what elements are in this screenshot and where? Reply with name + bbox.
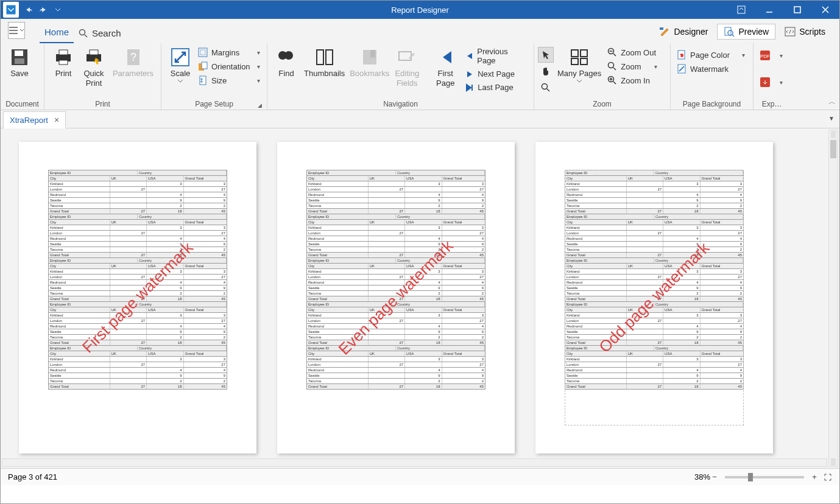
group-label-document: Document — [4, 99, 40, 110]
tab-menu-button[interactable]: ▼ — [828, 115, 835, 122]
zoom-out-button[interactable]: Zoom Out — [605, 46, 660, 59]
report-table: Employee IDCountryCityUKUSAGrand TotalKi… — [48, 170, 227, 390]
zoom-in-button[interactable]: Zoom In — [605, 74, 660, 87]
svg-rect-29 — [399, 52, 411, 60]
export-pdf-button[interactable]: PDF▾ — [757, 48, 785, 63]
close-button[interactable] — [811, 1, 839, 19]
svg-rect-26 — [317, 50, 323, 65]
page-indicator: Page 3 of 421 — [8, 472, 57, 481]
quick-print-button[interactable]: Quick Print — [79, 44, 109, 90]
horizontal-scrollbar[interactable] — [2, 458, 827, 467]
first-page-button[interactable]: First Page — [430, 44, 461, 90]
ribbon-display-button[interactable] — [727, 1, 755, 19]
svg-point-36 — [609, 63, 614, 68]
undo-button[interactable] — [21, 1, 36, 19]
tab-home[interactable]: Home — [40, 24, 74, 43]
qat-dropdown[interactable] — [51, 1, 65, 19]
window-title: Report Designer — [391, 5, 449, 15]
svg-rect-33 — [571, 58, 578, 65]
svg-rect-4 — [660, 27, 663, 30]
ribbon: Save Document Print Quick Print ? Parame… — [1, 43, 839, 110]
thumbnails-button[interactable]: Thumbnails — [302, 44, 347, 81]
svg-rect-31 — [571, 50, 578, 57]
tab-search[interactable]: Search — [74, 26, 126, 43]
page-color-button[interactable]: Page Color▾ — [674, 48, 747, 61]
page-preview-3: Odd page watermark Employee IDCountryCit… — [535, 142, 773, 453]
quick-print-icon — [83, 47, 104, 68]
zoom-fit-button[interactable] — [824, 473, 832, 481]
svg-rect-22 — [202, 62, 207, 69]
pagesetup-launcher[interactable]: ◢ — [258, 102, 262, 108]
group-label-navigation: Navigation — [271, 99, 530, 110]
hand-tool[interactable] — [538, 63, 554, 79]
report-table: Employee IDCountryCityUKUSAGrand TotalKi… — [565, 170, 744, 390]
svg-rect-9 — [15, 51, 23, 56]
svg-rect-20 — [200, 50, 205, 55]
find-button[interactable]: Find — [271, 44, 302, 81]
pointer-tool[interactable] — [538, 47, 554, 63]
view-scripts-button[interactable]: Scripts — [778, 24, 832, 40]
zoom-button[interactable]: Zoom▾ — [605, 60, 660, 73]
collapse-ribbon-button[interactable]: ︿ — [828, 97, 836, 107]
previous-page-button[interactable]: Previous Page — [463, 46, 528, 66]
svg-text:PDF: PDF — [760, 54, 770, 59]
export-pdf2-button[interactable]: ▾ — [757, 75, 785, 89]
file-menu-button[interactable] — [8, 22, 25, 39]
svg-rect-1 — [738, 6, 745, 13]
size-button[interactable]: Size▾ — [196, 74, 263, 87]
scripts-icon — [785, 27, 796, 37]
parameters-button[interactable]: ? Parameters — [109, 44, 157, 81]
editing-fields-button[interactable]: Editing Fields — [392, 44, 422, 90]
close-tab-button[interactable]: × — [54, 115, 59, 125]
zoom-slider[interactable] — [725, 476, 804, 478]
preview-canvas[interactable]: First page watermark Employee IDCountryC… — [1, 128, 839, 468]
margins-button[interactable]: Margins▾ — [196, 46, 263, 59]
first-page-icon — [435, 47, 456, 68]
svg-rect-19 — [199, 48, 207, 57]
menubar: Home Search Designer Preview Scripts — [1, 19, 839, 43]
parameters-icon: ? — [123, 47, 144, 68]
preview-icon — [724, 27, 735, 37]
magnifier-tool[interactable] — [538, 80, 554, 96]
view-designer-button[interactable]: Designer — [652, 24, 715, 40]
maximize-button[interactable] — [783, 1, 811, 19]
many-pages-button[interactable]: Many Pages — [554, 44, 605, 86]
zoom-increase-button[interactable]: + — [810, 473, 819, 481]
pdf-icon: PDF — [760, 50, 771, 61]
save-button[interactable]: Save — [4, 44, 35, 81]
zoom-out-icon — [607, 47, 617, 57]
group-label-zoom: Zoom — [538, 99, 666, 110]
last-icon — [465, 83, 474, 92]
next-page-button[interactable]: Next Page — [463, 68, 528, 80]
editing-icon — [397, 47, 417, 68]
svg-rect-27 — [326, 50, 333, 65]
zoom-decrease-button[interactable]: − — [710, 473, 719, 481]
orientation-icon — [198, 61, 208, 71]
vertical-scrollbar[interactable] — [828, 130, 838, 467]
next-icon — [465, 70, 474, 79]
bookmarks-button[interactable]: Bookmarks — [347, 44, 392, 81]
scale-button[interactable]: Scale — [165, 44, 196, 86]
print-button[interactable]: Print — [48, 44, 79, 81]
titlebar: Report Designer — [1, 1, 839, 19]
thumbnails-icon — [314, 47, 335, 68]
document-tab[interactable]: XtraReport × — [3, 111, 66, 128]
group-label-pagesetup: Page Setup◢ — [165, 99, 263, 110]
svg-rect-10 — [15, 58, 24, 64]
view-preview-button[interactable]: Preview — [717, 24, 775, 40]
size-icon — [198, 75, 208, 85]
prev-icon — [465, 52, 473, 60]
svg-rect-23 — [200, 76, 206, 85]
pdf-icon — [760, 77, 771, 88]
zoom-percent: 38% — [694, 472, 710, 481]
print-icon — [53, 47, 74, 68]
minimize-button[interactable] — [755, 1, 783, 19]
svg-point-30 — [542, 84, 548, 89]
margins-icon — [198, 47, 208, 57]
watermark-button[interactable]: Watermark — [674, 62, 747, 75]
last-page-button[interactable]: Last Page — [463, 82, 528, 93]
many-pages-icon — [569, 47, 590, 68]
svg-rect-34 — [581, 58, 587, 65]
redo-button[interactable] — [36, 1, 51, 19]
orientation-button[interactable]: Orientation▾ — [196, 60, 263, 73]
